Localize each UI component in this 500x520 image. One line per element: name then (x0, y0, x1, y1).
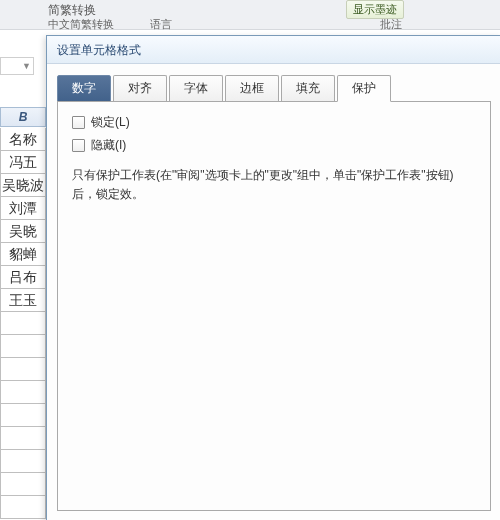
cell[interactable] (0, 473, 46, 496)
cell[interactable] (0, 358, 46, 381)
cell[interactable]: 王玉 (0, 289, 46, 312)
tab-protection[interactable]: 保护 (337, 75, 391, 102)
tab-font[interactable]: 字体 (169, 75, 223, 102)
tab-alignment[interactable]: 对齐 (113, 75, 167, 102)
cell[interactable]: 吕布 (0, 266, 46, 289)
tabs-container: 数字 对齐 字体 边框 填充 保护 (47, 64, 500, 101)
cell[interactable]: 貂蝉 (0, 243, 46, 266)
checkbox-lock[interactable] (72, 116, 85, 129)
ribbon-group-label-simp-trad: 中文简繁转换 (48, 17, 114, 32)
cell[interactable]: 刘潭 (0, 197, 46, 220)
cell[interactable]: 冯五 (0, 151, 46, 174)
cell[interactable]: 吴晓 (0, 220, 46, 243)
checkbox-lock-label: 锁定(L) (91, 114, 130, 131)
cell[interactable] (0, 450, 46, 473)
tab-number[interactable]: 数字 (57, 75, 111, 102)
dropdown-icon: ▼ (22, 61, 31, 71)
ribbon-group-label-comments: 批注 (380, 17, 402, 32)
cell[interactable] (0, 381, 46, 404)
tabs: 数字 对齐 字体 边框 填充 保护 (57, 75, 491, 102)
cell[interactable] (0, 404, 46, 427)
protection-hint-text: 只有保护工作表(在"审阅"选项卡上的"更改"组中，单击"保护工作表"按钮)后，锁… (72, 166, 476, 204)
dialog-title: 设置单元格格式 (47, 36, 500, 64)
tab-fill[interactable]: 填充 (281, 75, 335, 102)
tab-border[interactable]: 边框 (225, 75, 279, 102)
checkbox-row-lock[interactable]: 锁定(L) (72, 114, 476, 131)
column-header-b[interactable]: B (0, 107, 46, 127)
format-cells-dialog: 设置单元格格式 数字 对齐 字体 边框 填充 保护 锁定(L) 隐藏(I) 只有… (46, 35, 500, 520)
checkbox-hide-label: 隐藏(I) (91, 137, 126, 154)
cells-column: 名称 冯五 吴晓波 刘潭 吴晓 貂蝉 吕布 王玉 (0, 128, 46, 519)
ribbon-group-label-language: 语言 (150, 17, 172, 32)
ribbon-button-ink[interactable]: 显示墨迹 (346, 0, 404, 19)
cell[interactable] (0, 312, 46, 335)
name-box[interactable]: ▼ (0, 57, 34, 75)
tab-panel-protection: 锁定(L) 隐藏(I) 只有保护工作表(在"审阅"选项卡上的"更改"组中，单击"… (57, 101, 491, 511)
cell[interactable] (0, 427, 46, 450)
checkbox-hide[interactable] (72, 139, 85, 152)
cell[interactable]: 名称 (0, 128, 46, 151)
cell[interactable] (0, 496, 46, 519)
checkbox-row-hide[interactable]: 隐藏(I) (72, 137, 476, 154)
cell[interactable] (0, 335, 46, 358)
cell[interactable]: 吴晓波 (0, 174, 46, 197)
